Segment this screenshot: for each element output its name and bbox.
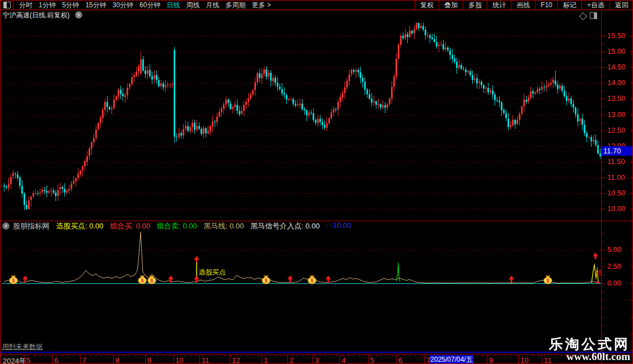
indicator-field-黑马信号介入点: 黑马信号介入点: 0.00: [250, 221, 320, 231]
axis-divider-line: [601, 10, 602, 363]
period-tab-分时[interactable]: 分时: [19, 1, 32, 10]
toolbar-button-统计[interactable]: 统计: [487, 1, 511, 10]
indicator-axis-right-tick: [630, 267, 633, 267]
price-axis-right-tick: [630, 52, 633, 52]
indicator-axis-minor-tick: [602, 292, 604, 292]
tdx-app-window: 分时1分钟5分钟15分钟30分钟60分钟日线周线月线多周期更多 > 复权叠加多股…: [0, 0, 633, 364]
watermark-site-name: 乐淘公式网: [549, 337, 630, 351]
price-axis-right-tick: [630, 130, 633, 131]
timeline-month-label: 6: [398, 356, 402, 364]
price-axis-minor-tick: [602, 44, 604, 44]
timeline-month-border: [52, 355, 53, 364]
indicator-header: ∨ 股朋指标网 选股买点: 0.00组合买: 0.00组合卖: 0.00黑马线:…: [1, 221, 633, 231]
indicator-axis-right-tick: [630, 250, 633, 250]
price-axis-label: 14.00: [607, 78, 626, 87]
indicator-axis-tick: [602, 267, 605, 267]
period-tab-1分钟[interactable]: 1分钟: [39, 1, 56, 10]
toolbar-button-多股[interactable]: 多股: [463, 1, 487, 10]
timeline-year-label: 2024年: [3, 356, 26, 364]
price-axis-label: 15.50: [607, 31, 626, 40]
toolbar-button-画线[interactable]: 画线: [511, 1, 535, 10]
main-chart-canvas[interactable]: [2, 19, 601, 221]
price-axis-label: 15.00: [607, 47, 626, 55]
timeline-month-border: [145, 355, 146, 364]
indicator-axis-minor-tick: [602, 317, 604, 318]
timeline-month-border: [518, 355, 519, 364]
indicator-axis-minor-tick: [602, 241, 604, 242]
timeline-month-label: 7: [82, 356, 86, 364]
timeline-month-label: 5: [370, 356, 374, 364]
price-axis-tick: [602, 52, 605, 52]
price-axis-minor-tick: [602, 138, 604, 139]
indicator-canvas[interactable]: [2, 231, 601, 341]
toolbar-button-F10[interactable]: F10: [535, 1, 557, 10]
price-axis-tick: [602, 193, 605, 194]
period-tab-月线[interactable]: 月线: [206, 1, 219, 10]
period-tabs: 分时1分钟5分钟15分钟30分钟60分钟日线周线月线多周期更多 >: [13, 1, 271, 10]
timeline-month-label: 9: [147, 356, 151, 364]
timeline-month-label: 3: [315, 356, 319, 364]
price-axis-right-tick: [630, 67, 633, 68]
timeline-month-border: [542, 355, 542, 364]
indicator-field-选股买点: 选股买点: 0.00: [56, 221, 104, 231]
period-tab-多周期[interactable]: 多周期: [225, 1, 245, 10]
period-tab-周线[interactable]: 周线: [186, 1, 199, 10]
price-axis-tick: [602, 130, 605, 131]
timeline-month-label: 5: [26, 356, 30, 364]
period-tab-15分钟[interactable]: 15分钟: [85, 1, 106, 10]
price-axis-right-tick: [630, 99, 633, 99]
price-axis-minor-tick: [602, 170, 604, 170]
toolbar-button-标记[interactable]: 标记: [557, 1, 581, 10]
window-layout-cell[interactable]: [1, 1, 13, 10]
price-axis-right-tick: [630, 193, 633, 194]
indicator-fields: 选股买点: 0.00组合买: 0.00组合卖: 0.00黑马线: 0.00黑马信…: [49, 221, 351, 231]
price-axis-right-tick: [630, 209, 633, 209]
square-split-icon[interactable]: [590, 12, 597, 19]
price-axis-tick: [602, 209, 605, 209]
indicator-axis-minor-tick: [602, 233, 604, 234]
price-axis-minor-tick: [602, 106, 604, 107]
current-date-box: 2025/07/04/五: [429, 355, 474, 364]
top-menu-bar: 分时1分钟5分钟15分钟30分钟60分钟日线周线月线多周期更多 > 复权叠加多股…: [1, 1, 633, 10]
price-axis-label: 13.00: [607, 110, 626, 119]
period-tab-日线[interactable]: 日线: [166, 1, 180, 10]
timeline-month-border: [313, 355, 313, 364]
indicator-axis-label: 5.00: [607, 245, 621, 254]
price-axis-tick: [602, 99, 605, 99]
indicator-field-extra: : -10.00: [327, 221, 351, 231]
price-axis-minor-tick: [602, 123, 604, 123]
price-axis-tick: [602, 162, 605, 162]
timeline-month-border: [199, 355, 200, 364]
price-axis-label: 11.00: [607, 173, 625, 181]
price-axis-right-tick: [630, 162, 633, 162]
indicator-field-组合买: 组合买: 0.00: [110, 221, 151, 231]
timeline-month-border: [339, 355, 340, 364]
toolbar-button-叠加[interactable]: 叠加: [439, 1, 463, 10]
period-tab-30分钟[interactable]: 30分钟: [113, 1, 133, 10]
watermark-site-url: www.60lt.com: [549, 351, 630, 362]
price-axis-label: 13.50: [607, 94, 626, 102]
watermark: 乐淘公式网 www.60lt.com: [549, 337, 630, 362]
indicator-field-黑马线: 黑马线: 0.00: [204, 221, 244, 231]
timeline-month-label: 6: [54, 356, 58, 364]
timeline-month-label: 10: [175, 356, 183, 364]
toolbar-button-复权[interactable]: 复权: [415, 1, 439, 10]
price-axis-right-tick: [630, 115, 633, 115]
title-chevron-down-icon[interactable]: ∨: [75, 11, 82, 18]
toolbar-button-返回[interactable]: 返回: [609, 1, 633, 10]
timeline-month-label: 1: [264, 356, 268, 364]
price-axis-minor-tick: [602, 59, 604, 60]
indicator-axis-minor-tick: [602, 325, 604, 326]
toolbar-right-menu: 复权叠加多股统计画线F10标记+自选返回: [415, 1, 633, 10]
price-axis-label: 12.50: [607, 126, 626, 134]
price-axis-label: 10.50: [607, 189, 626, 197]
price-axis-tick: [602, 178, 605, 178]
period-tab-60分钟[interactable]: 60分钟: [139, 1, 160, 10]
indicator-chevron-down-icon[interactable]: ∨: [2, 222, 10, 230]
toolbar-button-+自选[interactable]: +自选: [581, 1, 609, 10]
period-tab-更多 >[interactable]: 更多 >: [252, 1, 271, 10]
price-axis-right-tick: [630, 178, 633, 178]
price-axis-right-tick: [630, 83, 633, 83]
indicator-axis-minor-tick: [602, 300, 604, 301]
period-tab-5分钟[interactable]: 5分钟: [62, 1, 80, 10]
